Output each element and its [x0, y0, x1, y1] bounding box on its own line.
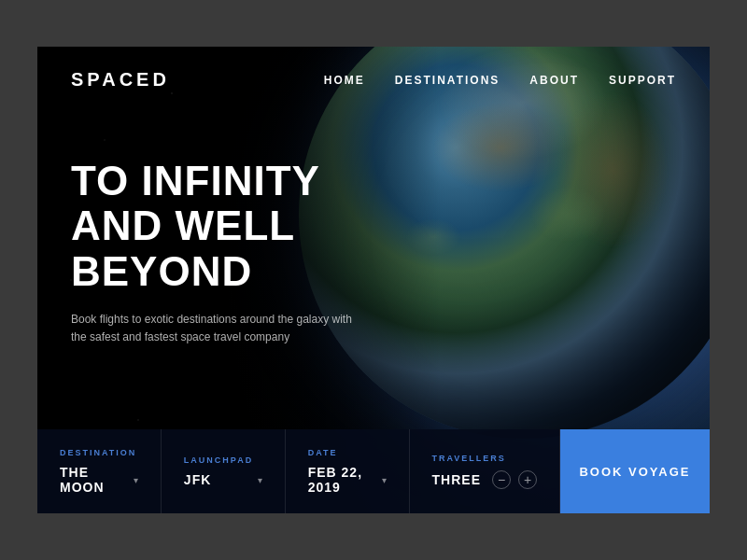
book-voyage-button[interactable]: BOOK VOYAGE [560, 429, 710, 513]
booking-bar: DESTINATION THE MOON ▾ LAUNCHPAD JFK ▾ [37, 429, 710, 513]
travellers-decrease-button[interactable]: − [492, 470, 511, 489]
date-value-row: FEB 22, 2019 ▾ [308, 465, 387, 495]
nav-home[interactable]: HOME [324, 74, 365, 87]
navbar: SPACED HOME DESTINATIONS ABOUT SUPPORT [37, 47, 710, 113]
destination-value-row: THE MOON ▾ [60, 465, 138, 495]
travellers-value-row: THREE − + [432, 470, 537, 489]
date-value: FEB 22, 2019 [308, 465, 374, 495]
nav-support[interactable]: SUPPORT [609, 74, 676, 87]
nav-about[interactable]: ABOUT [529, 74, 579, 87]
travellers-field[interactable]: TRAVELLERS THREE − + [410, 429, 560, 513]
nav-links: HOME DESTINATIONS ABOUT SUPPORT [324, 74, 676, 87]
destination-field[interactable]: DESTINATION THE MOON ▾ [37, 429, 162, 513]
hero-container: SPACED HOME DESTINATIONS ABOUT SUPPORT T… [37, 47, 710, 513]
hero-title: TO INFINITY AND WELL BEYOND [71, 159, 444, 294]
destination-chevron-icon: ▾ [134, 475, 138, 485]
travellers-value: THREE [432, 472, 481, 487]
date-chevron-icon: ▾ [382, 475, 387, 485]
launchpad-field[interactable]: LAUNCHPAD JFK ▾ [162, 429, 286, 513]
booking-fields: DESTINATION THE MOON ▾ LAUNCHPAD JFK ▾ [37, 429, 560, 513]
travellers-label: TRAVELLERS [432, 454, 537, 463]
page-wrapper: SPACED HOME DESTINATIONS ABOUT SUPPORT T… [0, 0, 747, 560]
launchpad-label: LAUNCHPAD [184, 455, 262, 465]
date-field[interactable]: DATE FEB 22, 2019 ▾ [286, 429, 410, 513]
travellers-increase-button[interactable]: + [518, 470, 537, 489]
nav-destinations[interactable]: DESTINATIONS [395, 74, 500, 87]
travellers-inner: THREE − + [432, 470, 537, 489]
destination-value: THE MOON [60, 465, 126, 495]
hero-title-line2: AND WELL BEYOND [71, 203, 294, 293]
logo: SPACED [71, 69, 170, 91]
hero-title-line1: TO INFINITY [71, 158, 320, 203]
launchpad-value-row: JFK ▾ [184, 472, 262, 487]
date-label: DATE [308, 448, 387, 457]
hero-subtitle: Book flights to exotic destinations arou… [71, 311, 360, 346]
hero-content: TO INFINITY AND WELL BEYOND Book flights… [71, 159, 444, 347]
launchpad-chevron-icon: ▾ [258, 475, 262, 485]
traveller-controls: − + [492, 470, 537, 489]
launchpad-value: JFK [184, 472, 211, 487]
destination-label: DESTINATION [60, 448, 138, 457]
